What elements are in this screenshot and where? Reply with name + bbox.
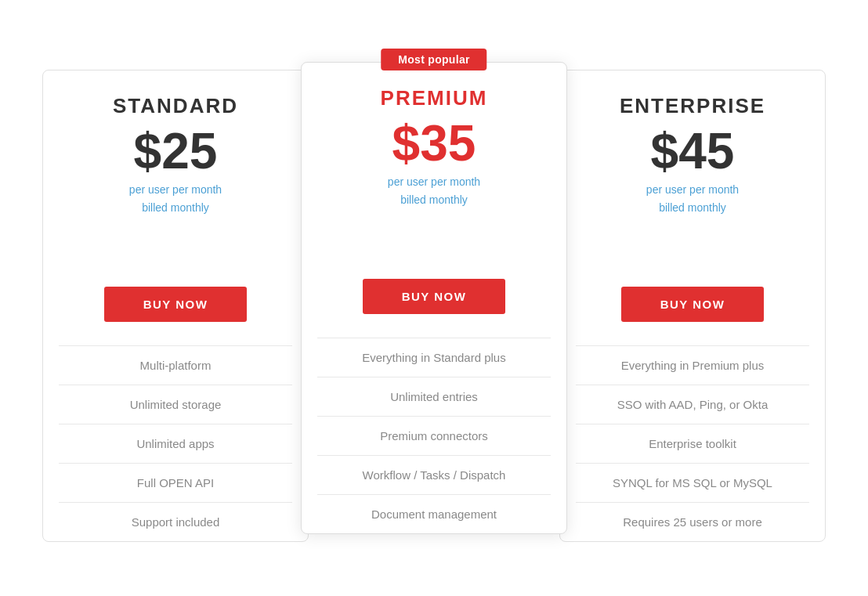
plan-card-standard: STANDARD $25 per user per month billed m… bbox=[42, 70, 309, 542]
buy-button-premium[interactable]: BUY NOW bbox=[363, 279, 506, 314]
feature-item: Requires 25 users or more bbox=[576, 503, 809, 541]
buy-button-standard[interactable]: BUY NOW bbox=[104, 287, 248, 322]
buy-button-enterprise[interactable]: BUY NOW bbox=[621, 287, 765, 322]
feature-item: Everything in Premium plus bbox=[576, 346, 809, 385]
plan-price-premium: $35 bbox=[392, 118, 476, 168]
plan-price-standard: $25 bbox=[134, 126, 218, 176]
feature-item: SSO with AAD, Ping, or Okta bbox=[576, 385, 809, 424]
features-list-enterprise: Everything in Premium plus SSO with AAD,… bbox=[576, 345, 809, 541]
feature-item: Unlimited apps bbox=[59, 424, 292, 464]
feature-item: Unlimited storage bbox=[59, 385, 292, 424]
plan-billing-enterprise: per user per month billed monthly bbox=[646, 181, 739, 216]
plan-billing-premium: per user per month billed monthly bbox=[388, 173, 480, 208]
pricing-container: STANDARD $25 per user per month billed m… bbox=[0, 38, 868, 558]
plan-name-enterprise: ENTERPRISE bbox=[620, 94, 765, 118]
feature-item: SYNQL for MS SQL or MySQL bbox=[576, 464, 809, 503]
feature-item: Document management bbox=[317, 495, 551, 533]
plan-name-standard: STANDARD bbox=[113, 94, 238, 118]
plan-card-enterprise: ENTERPRISE $45 per user per month billed… bbox=[559, 70, 826, 542]
features-list-standard: Multi-platform Unlimited storage Unlimit… bbox=[59, 345, 292, 541]
feature-item: Full OPEN API bbox=[59, 464, 292, 503]
plan-name-premium: PREMIUM bbox=[381, 86, 488, 110]
feature-item: Enterprise toolkit bbox=[576, 424, 809, 464]
plan-card-premium: Most popular PREMIUM $35 per user per mo… bbox=[301, 62, 567, 534]
plan-price-enterprise: $45 bbox=[651, 126, 735, 176]
most-popular-badge: Most popular bbox=[381, 49, 486, 70]
features-list-premium: Everything in Standard plus Unlimited en… bbox=[317, 338, 551, 533]
feature-item: Support included bbox=[59, 503, 292, 541]
plan-billing-standard: per user per month billed monthly bbox=[129, 181, 222, 216]
feature-item: Premium connectors bbox=[317, 417, 551, 456]
feature-item: Everything in Standard plus bbox=[317, 338, 551, 377]
feature-item: Unlimited entries bbox=[317, 377, 551, 417]
feature-item: Workflow / Tasks / Dispatch bbox=[317, 456, 551, 495]
feature-item: Multi-platform bbox=[59, 346, 292, 385]
